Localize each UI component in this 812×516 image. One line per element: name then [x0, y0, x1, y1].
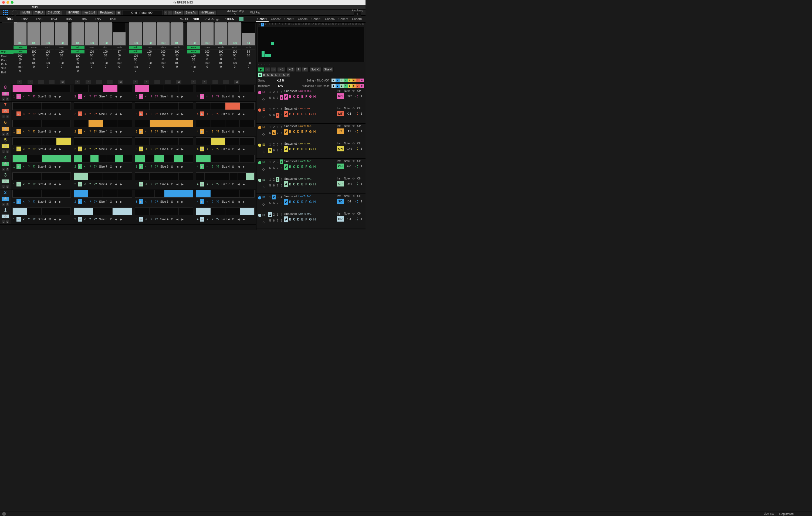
- seq-nav[interactable]: ▶: [58, 199, 62, 204]
- seq-ctrl[interactable]: ??: [154, 199, 159, 204]
- velo-value[interactable]: 0: [55, 65, 68, 68]
- inst-value[interactable]: BD: [337, 216, 344, 221]
- lane-letter-C[interactable]: C: [292, 129, 296, 135]
- chainer-tab-5[interactable]: Chner5: [310, 17, 323, 22]
- velo-bar[interactable]: 100: [129, 23, 142, 45]
- seq-ctrl[interactable]: ??: [32, 129, 36, 134]
- velo-value[interactable]: 50: [13, 58, 27, 61]
- ch-value[interactable]: 1: [359, 182, 364, 185]
- seq-nav[interactable]: ▶: [58, 147, 62, 151]
- dice-icon[interactable]: ⚂: [262, 108, 267, 113]
- seq-nav[interactable]: ◀: [236, 129, 241, 134]
- velo-value[interactable]: 0: [85, 65, 98, 68]
- diamond-icon[interactable]: ◇: [262, 150, 267, 155]
- velo-value[interactable]: 0: [242, 65, 255, 68]
- velo-bar[interactable]: 100: [228, 23, 241, 45]
- lane-num-1[interactable]: 1: [268, 107, 272, 112]
- seq-ctrl[interactable]: <: [22, 112, 26, 116]
- note-value[interactable]: C1: [345, 217, 354, 220]
- seq-nav[interactable]: ⚂: [231, 147, 236, 151]
- velo-value[interactable]: 100: [41, 61, 54, 65]
- seq-nav[interactable]: ⚂: [109, 94, 113, 99]
- velo-value[interactable]: -: [71, 72, 85, 77]
- velo-value[interactable]: -: [55, 68, 68, 72]
- lane-letter-C[interactable]: C: [292, 199, 296, 205]
- nav-arrow[interactable]: ⚂: [234, 80, 239, 84]
- seq-ctrl[interactable]: ??: [32, 94, 36, 99]
- grid-col-num[interactable]: 24: [335, 23, 338, 26]
- power-button[interactable]: ⏻: [2, 197, 9, 201]
- seq-nav[interactable]: ◀: [236, 112, 241, 116]
- lane-num-3[interactable]: 3: [276, 177, 280, 182]
- seq-ctrl[interactable]: <: [144, 164, 148, 169]
- grid-col-num[interactable]: 15: [304, 23, 308, 26]
- seq-nav[interactable]: ▶: [119, 147, 123, 151]
- lane-num-2[interactable]: 2: [272, 107, 276, 112]
- nav-arrow[interactable]: ›: [86, 80, 91, 84]
- nav-arrow[interactable]: ˄: [38, 80, 44, 84]
- seq-ctrl[interactable]: ??: [93, 147, 97, 151]
- velo-value[interactable]: 100: [156, 50, 170, 54]
- velo-value[interactable]: -: [156, 68, 170, 72]
- seq-nav[interactable]: ⚂: [170, 199, 174, 204]
- lane-letter-H[interactable]: H: [313, 181, 316, 187]
- lane-num-3[interactable]: 3: [276, 89, 280, 94]
- lane-letter-B[interactable]: B: [288, 181, 292, 187]
- seq-ctrl[interactable]: ?: [27, 164, 31, 169]
- size-label[interactable]: Size 6: [160, 165, 170, 168]
- trk-toggle-5[interactable]: 5: [348, 79, 352, 82]
- seq-ctrl[interactable]: ??: [215, 164, 220, 169]
- lane-num-3[interactable]: 3: [276, 194, 280, 200]
- grid-col-num[interactable]: 19: [318, 23, 321, 26]
- seq-nav[interactable]: ◀: [114, 182, 118, 186]
- velo-bar[interactable]: 57: [113, 23, 126, 45]
- grid-col-num[interactable]: 25: [338, 23, 341, 26]
- trk-toggle-4[interactable]: 4: [344, 84, 348, 88]
- seq-nav[interactable]: ◀: [114, 112, 118, 116]
- velo-value[interactable]: 0: [143, 57, 156, 61]
- lane-letter-H[interactable]: H: [313, 129, 316, 135]
- velo-value[interactable]: 100: [129, 65, 142, 69]
- seq-ctrl[interactable]: ?: [27, 217, 31, 221]
- snapshot-letter-G[interactable]: G: [282, 72, 286, 77]
- lane-letter-B[interactable]: B: [288, 146, 292, 152]
- seq-ctrl[interactable]: <: [22, 129, 26, 134]
- grid-col-num[interactable]: 4: [267, 23, 270, 26]
- block-play-button[interactable]: ▶: [200, 182, 204, 186]
- grid-col-num[interactable]: 32: [361, 23, 365, 26]
- velo-value[interactable]: -: [242, 68, 255, 72]
- solo-button[interactable]: S: [6, 220, 9, 223]
- seq-nav[interactable]: ▶: [241, 147, 246, 151]
- velo-value[interactable]: 0: [71, 61, 85, 65]
- grid-col-num[interactable]: 17: [311, 23, 314, 26]
- size-label[interactable]: Size 4: [221, 112, 231, 116]
- size-label[interactable]: Size 4: [221, 95, 231, 98]
- lane-num-4[interactable]: 4: [280, 159, 283, 164]
- note-stepper[interactable]: ▴▾: [357, 164, 358, 169]
- lane-letter-B[interactable]: B: [288, 129, 292, 135]
- size-button[interactable]: Size 4: [322, 67, 334, 72]
- velo-value[interactable]: 50: [113, 54, 126, 57]
- edit-icon[interactable]: ✎: [234, 13, 236, 16]
- seq-nav[interactable]: ⚂: [231, 94, 236, 99]
- lane-letter-G[interactable]: G: [309, 129, 312, 135]
- seq-ctrl[interactable]: ??: [93, 164, 97, 169]
- mute-button[interactable]: M: [2, 150, 5, 153]
- seq-nav[interactable]: ⚂: [231, 199, 236, 204]
- lane-num-6[interactable]: 6: [272, 113, 276, 118]
- seq-nav[interactable]: ⚂: [231, 217, 236, 221]
- power-button[interactable]: ⏻: [2, 92, 9, 95]
- nav-arrow[interactable]: ˅: [223, 80, 229, 84]
- block-play-button[interactable]: ▶: [139, 129, 143, 134]
- velo-value[interactable]: 0: [71, 69, 85, 72]
- velo-value[interactable]: 100: [156, 61, 170, 65]
- reset-icon[interactable]: ⟲: [352, 177, 354, 180]
- velo-value[interactable]: 100: [170, 50, 183, 54]
- pattern-bar[interactable]: [135, 155, 194, 162]
- swing-value[interactable]: +13 %: [275, 79, 286, 82]
- seq-nav[interactable]: ◀: [53, 94, 57, 99]
- nav-arrow[interactable]: ˄: [96, 80, 102, 84]
- trk-toggle-7[interactable]: 7: [356, 79, 360, 82]
- seq-ctrl[interactable]: <: [83, 94, 87, 99]
- lt1-button[interactable]: ><1: [277, 67, 286, 72]
